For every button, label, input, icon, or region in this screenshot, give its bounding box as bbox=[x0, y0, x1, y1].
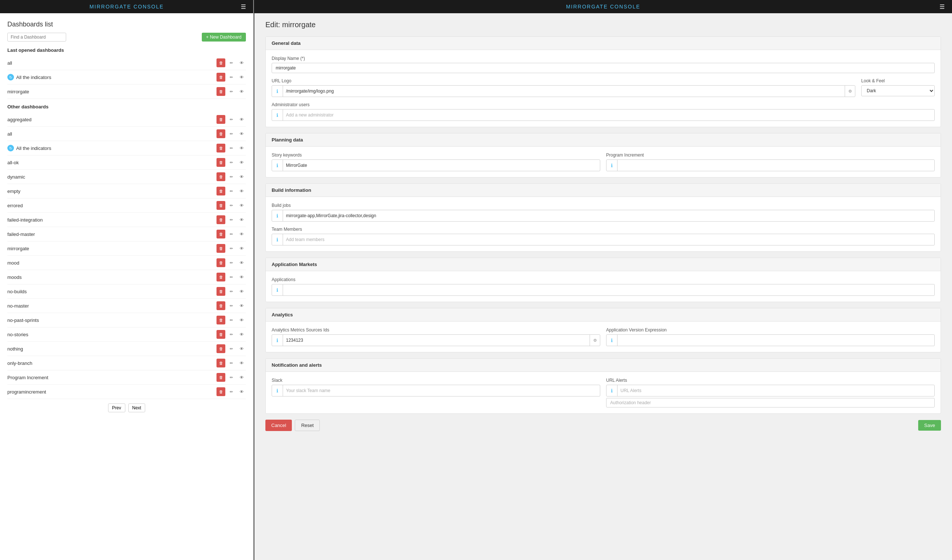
list-item: aggregated🗑✏👁 bbox=[7, 113, 246, 127]
url-logo-settings-icon[interactable]: ⚙ bbox=[845, 86, 855, 97]
edit-button[interactable]: ✏ bbox=[227, 59, 236, 67]
edit-button[interactable]: ✏ bbox=[227, 115, 236, 124]
edit-button[interactable]: ✏ bbox=[227, 359, 236, 367]
view-button[interactable]: 👁 bbox=[237, 373, 246, 382]
delete-button[interactable]: 🗑 bbox=[216, 316, 225, 324]
reset-button[interactable]: Reset bbox=[295, 420, 320, 431]
metrics-field: ℹ ⚙ bbox=[272, 335, 600, 346]
save-button[interactable]: Save bbox=[918, 420, 941, 430]
view-button[interactable]: 👁 bbox=[237, 215, 246, 224]
view-button[interactable]: 👁 bbox=[237, 273, 246, 281]
delete-button[interactable]: 🗑 bbox=[216, 373, 225, 382]
view-button[interactable]: 👁 bbox=[237, 344, 246, 353]
view-button[interactable]: 👁 bbox=[237, 244, 246, 253]
edit-button[interactable]: ✏ bbox=[227, 316, 236, 324]
brand-prefix: MIRRORGATE bbox=[89, 4, 131, 9]
view-button[interactable]: 👁 bbox=[237, 59, 246, 67]
edit-button[interactable]: ✏ bbox=[227, 87, 236, 96]
view-button[interactable]: 👁 bbox=[237, 87, 246, 96]
display-name-input[interactable] bbox=[272, 63, 935, 73]
auth-header-input[interactable] bbox=[606, 398, 934, 407]
edit-button[interactable]: ✏ bbox=[227, 143, 236, 153]
view-button[interactable]: 👁 bbox=[237, 258, 246, 267]
prev-button[interactable]: Prev bbox=[108, 403, 125, 412]
delete-button[interactable]: 🗑 bbox=[216, 258, 225, 267]
view-button[interactable]: 👁 bbox=[237, 287, 246, 296]
build-jobs-input[interactable] bbox=[283, 211, 934, 220]
applications-input[interactable] bbox=[283, 285, 934, 294]
look-feel-select[interactable]: Dark Light bbox=[861, 85, 935, 96]
delete-button[interactable]: 🗑 bbox=[216, 201, 225, 210]
delete-button[interactable]: 🗑 bbox=[216, 230, 225, 239]
view-button[interactable]: 👁 bbox=[237, 73, 246, 82]
delete-button[interactable]: 🗑 bbox=[216, 158, 225, 167]
view-button[interactable]: 👁 bbox=[237, 115, 246, 124]
program-increment-input[interactable] bbox=[618, 161, 934, 170]
delete-button[interactable]: 🗑 bbox=[216, 115, 225, 124]
edit-button[interactable]: ✏ bbox=[227, 258, 236, 267]
cancel-button[interactable]: Cancel bbox=[265, 420, 292, 431]
delete-button[interactable]: 🗑 bbox=[216, 172, 225, 181]
edit-button[interactable]: ✏ bbox=[227, 273, 236, 281]
edit-button[interactable]: ✏ bbox=[227, 172, 236, 181]
left-menu-icon[interactable]: ☰ bbox=[241, 3, 246, 10]
edit-button[interactable]: ✏ bbox=[227, 201, 236, 210]
next-button[interactable]: Next bbox=[128, 403, 145, 412]
edit-button[interactable]: ✏ bbox=[227, 215, 236, 224]
view-button[interactable]: 👁 bbox=[237, 143, 246, 153]
view-button[interactable]: 👁 bbox=[237, 316, 246, 324]
url-alerts-input[interactable] bbox=[618, 386, 934, 395]
view-button[interactable]: 👁 bbox=[237, 187, 246, 196]
search-input[interactable] bbox=[7, 33, 66, 42]
story-keywords-input[interactable] bbox=[283, 161, 600, 170]
dashboard-name-text: aggregated bbox=[7, 117, 32, 122]
edit-button[interactable]: ✏ bbox=[227, 73, 236, 82]
view-button[interactable]: 👁 bbox=[237, 130, 246, 138]
delete-button[interactable]: 🗑 bbox=[216, 59, 225, 67]
edit-button[interactable]: ✏ bbox=[227, 373, 236, 382]
metrics-settings-icon[interactable]: ⚙ bbox=[590, 335, 600, 346]
view-button[interactable]: 👁 bbox=[237, 172, 246, 181]
app-version-input[interactable] bbox=[618, 336, 934, 345]
left-brand: MIRRORGATE CONSOLE bbox=[89, 4, 164, 9]
delete-button[interactable]: 🗑 bbox=[216, 387, 225, 396]
delete-button[interactable]: 🗑 bbox=[216, 87, 225, 96]
edit-button[interactable]: ✏ bbox=[227, 230, 236, 239]
delete-button[interactable]: 🗑 bbox=[216, 330, 225, 339]
team-members-input[interactable] bbox=[283, 235, 934, 244]
delete-button[interactable]: 🗑 bbox=[216, 287, 225, 296]
view-button[interactable]: 👁 bbox=[237, 330, 246, 339]
delete-button[interactable]: 🗑 bbox=[216, 359, 225, 367]
url-logo-input[interactable] bbox=[283, 87, 845, 96]
view-button[interactable]: 👁 bbox=[237, 387, 246, 396]
admin-input[interactable] bbox=[283, 111, 934, 119]
view-button[interactable]: 👁 bbox=[237, 230, 246, 239]
delete-button[interactable]: 🗑 bbox=[216, 344, 225, 353]
metrics-input[interactable] bbox=[283, 336, 590, 345]
edit-button[interactable]: ✏ bbox=[227, 330, 236, 339]
view-button[interactable]: 👁 bbox=[237, 301, 246, 310]
delete-button[interactable]: 🗑 bbox=[216, 215, 225, 224]
delete-button[interactable]: 🗑 bbox=[216, 301, 225, 310]
view-button[interactable]: 👁 bbox=[237, 201, 246, 210]
right-menu-icon[interactable]: ☰ bbox=[940, 3, 945, 10]
edit-button[interactable]: ✏ bbox=[227, 158, 236, 167]
edit-button[interactable]: ✏ bbox=[227, 301, 236, 310]
view-button[interactable]: 👁 bbox=[237, 158, 246, 167]
new-dashboard-button[interactable]: + New Dashboard bbox=[202, 33, 246, 42]
view-button[interactable]: 👁 bbox=[237, 359, 246, 367]
edit-button[interactable]: ✏ bbox=[227, 387, 236, 396]
delete-button[interactable]: 🗑 bbox=[216, 273, 225, 281]
delete-button[interactable]: 🗑 bbox=[216, 130, 225, 138]
edit-button[interactable]: ✏ bbox=[227, 344, 236, 353]
edit-button[interactable]: ✏ bbox=[227, 287, 236, 296]
slack-input[interactable] bbox=[283, 386, 600, 395]
admin-field: ℹ bbox=[272, 109, 935, 121]
delete-button[interactable]: 🗑 bbox=[216, 244, 225, 253]
edit-button[interactable]: ✏ bbox=[227, 244, 236, 253]
delete-button[interactable]: 🗑 bbox=[216, 73, 225, 82]
edit-button[interactable]: ✏ bbox=[227, 187, 236, 196]
delete-button[interactable]: 🗑 bbox=[216, 143, 225, 153]
edit-button[interactable]: ✏ bbox=[227, 130, 236, 138]
delete-button[interactable]: 🗑 bbox=[216, 187, 225, 196]
